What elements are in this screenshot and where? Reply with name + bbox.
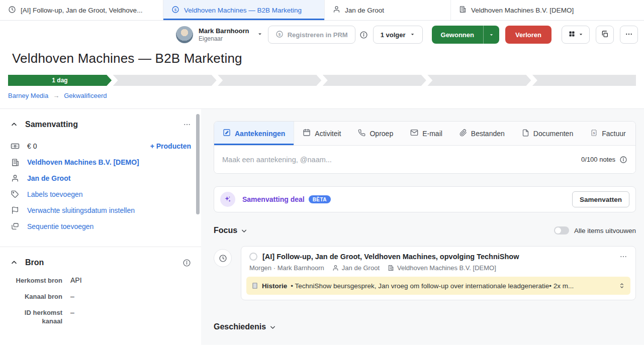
more-button[interactable] [620,26,638,44]
activity-organization[interactable]: Veldhoven Machines B.V. [DEMO] [388,264,496,272]
tab-label: [AI] Follow-up, Jan de Groot, Veldhove..… [21,7,142,14]
pipeline-stage[interactable] [113,75,217,86]
field-value: API [70,276,82,285]
history-label: Historie [262,282,287,290]
pipeline-stage[interactable] [323,75,426,86]
chevron-down-icon[interactable] [257,30,263,39]
info-icon[interactable] [359,31,368,39]
deal-dollar-icon: $ [171,6,179,15]
tab-activity[interactable]: Activiteit [294,122,349,145]
field-label: ID herkomst kanaal [10,308,62,325]
focus-heading[interactable]: Focus [214,226,248,235]
history-section-header: Geschiedenis [214,322,636,331]
register-prm-button[interactable]: $ Registreren in PRM [268,26,355,44]
expand-all-toggle[interactable] [554,226,569,234]
chevron-up-icon[interactable] [10,121,18,129]
lost-button[interactable]: Verloren [505,26,551,44]
info-icon[interactable] [182,259,191,267]
layout-grid-button[interactable] [562,26,590,44]
tab-call[interactable]: Oproep [349,122,402,145]
add-sequence-link[interactable]: Sequentie toevoegen [27,222,94,230]
finish-flag-icon [10,206,20,214]
calendar-icon [303,129,311,138]
tab-documents[interactable]: Documenten [513,122,582,145]
won-button[interactable]: Gewonnen [432,26,483,44]
breadcrumb-pipeline-link[interactable]: Barney Media [8,92,48,99]
page-title: Veldhoven Machines — B2B Marketing [12,51,644,66]
pipeline-stage[interactable] [218,75,321,86]
duplicate-button[interactable] [596,26,614,44]
pipeline-stage-current[interactable]: 1 dag [8,75,112,86]
phone-icon [358,129,365,138]
tab-label: Veldhoven Machines B.V. [DEMO] [471,7,574,14]
source-field-row: Herkomst bron API [10,276,191,285]
expand-icon[interactable] [618,282,625,289]
labels-row: Labels toevoegen [10,186,191,202]
tab-organization[interactable]: Veldhoven Machines B.V. [DEMO] [451,0,644,20]
source-section: Bron Herkomst bron API Kanaal bron – ID … [0,247,201,345]
breadcrumb-arrow-icon: → [53,92,59,99]
followers-button[interactable]: 1 volger [373,26,423,44]
organization-link[interactable]: Veldhoven Machines B.V. [DEMO] [27,158,139,166]
owner-name: Mark Barnhoorn [199,27,249,35]
source-section-title: Bron [25,258,182,267]
svg-text:$: $ [174,8,177,12]
breadcrumb-stage-link[interactable]: Gekwalificeerd [64,92,107,99]
source-field-row: Kanaal bron – [10,292,191,301]
activity-card[interactable]: [AI] Follow-up, Jan de Groot, Veldhoven … [241,246,636,300]
document-icon [522,129,529,138]
more-horizontal-icon[interactable] [183,121,191,129]
organization-row: Veldhoven Machines B.V. [DEMO] [10,154,191,170]
more-horizontal-icon[interactable] [619,253,627,261]
mark-done-checkbox[interactable] [249,253,257,261]
pipeline-stage[interactable] [427,75,531,86]
field-label: Herkomst bron [10,276,62,285]
contact-link[interactable]: Jan de Groot [27,174,70,182]
person-icon [332,265,339,271]
note-input[interactable] [222,156,581,164]
money-icon [10,142,20,151]
tab-activity-item[interactable]: [AI] Follow-up, Jan de Groot, Veldhove..… [0,0,163,20]
owner-block[interactable]: Mark Barnhoorn Eigenaar [176,26,263,43]
activity-title[interactable]: [AI] Follow-up, Jan de Groot, Veldhoven … [262,253,619,261]
tab-label: Veldhoven Machines — B2B Marketing [184,7,302,14]
history-text: • TechniShow beursgesprek, Jan vroeg om … [291,282,615,290]
close-date-row: Verwachte sluitingsdatum instellen [10,202,191,218]
sparkles-icon [220,192,235,207]
activity-due-owner: Morgen · Mark Barnhoorn [249,264,324,272]
field-value: – [70,308,74,325]
deal-header: Mark Barnhoorn Eigenaar $ Registreren in… [0,21,644,108]
notes-counter: 0/100 notes [581,156,615,163]
tab-invoice[interactable]: $ Factuur [582,122,634,145]
info-icon[interactable] [619,156,627,164]
pipeline-stage-bar: 1 dag [8,75,636,86]
tab-files[interactable]: Bestanden [451,122,513,145]
sidebar-scrollbar[interactable] [196,114,200,214]
invoice-icon: $ [590,129,598,138]
add-labels-link[interactable]: Labels toevoegen [27,190,83,198]
tab-deal[interactable]: $ Veldhoven Machines — B2B Marketing [163,0,325,20]
beta-badge: BÈTA [309,195,331,203]
summary-section-title: Samenvatting [25,120,183,129]
activity-history-note[interactable]: Historie • TechniShow beursgesprek, Jan … [246,277,630,295]
svg-text:$: $ [593,131,595,135]
tab-notes[interactable]: Aantekeningen [214,122,294,145]
won-dropdown-button[interactable] [483,26,499,44]
summarize-button[interactable]: Samenvatten [572,191,629,207]
contact-row: Jan de Groot [10,170,191,186]
activity-contact[interactable]: Jan de Groot [332,264,380,272]
tab-email[interactable]: E-mail [402,122,451,145]
expand-all-label: Alle items uitvouwen [574,227,636,234]
building-icon [388,265,394,271]
document-icon [251,282,258,289]
set-close-date-link[interactable]: Verwachte sluitingsdatum instellen [27,206,135,214]
add-products-link[interactable]: + Producten [150,142,191,150]
tab-contact[interactable]: Jan de Groot [325,0,451,20]
history-heading[interactable]: Geschiedenis [214,322,277,331]
sequence-row: Sequentie toevoegen [10,218,191,234]
chevron-up-icon[interactable] [10,259,18,267]
ai-summary-link[interactable]: Samenvatting deal [242,195,305,203]
building-icon [459,6,467,15]
pipeline-stage[interactable] [532,75,636,86]
chevron-down-icon [240,227,248,234]
